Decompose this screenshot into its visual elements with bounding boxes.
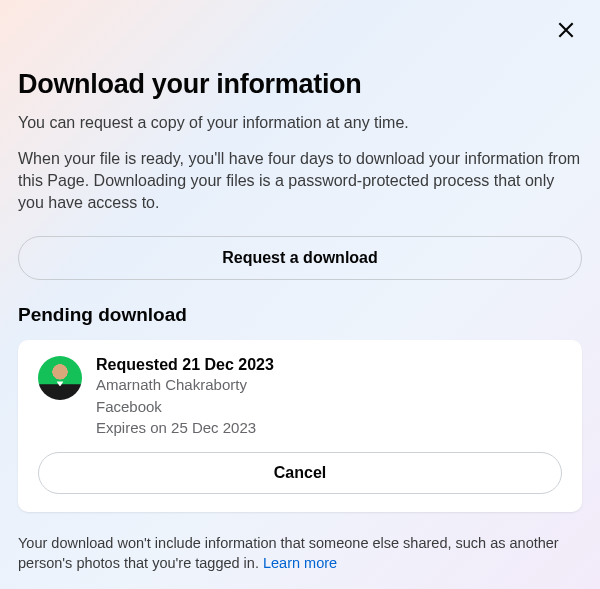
footer-note: Your download won't include information … xyxy=(18,533,582,573)
card-info: Requested 21 Dec 2023 Amarnath Chakrabor… xyxy=(96,356,274,438)
avatar xyxy=(38,356,82,400)
expires: Expires on 25 Dec 2023 xyxy=(96,418,274,438)
close-icon xyxy=(556,20,576,40)
close-button[interactable] xyxy=(554,18,578,42)
page-title: Download your information xyxy=(18,69,582,100)
requested-date: Requested 21 Dec 2023 xyxy=(96,356,274,374)
pending-download-card: Requested 21 Dec 2023 Amarnath Chakrabor… xyxy=(18,340,582,512)
requester-name: Amarnath Chakraborty xyxy=(96,375,274,395)
learn-more-link[interactable]: Learn more xyxy=(263,555,337,571)
request-download-button[interactable]: Request a download xyxy=(18,236,582,280)
detail-text: When your file is ready, you'll have fou… xyxy=(18,148,582,214)
cancel-button[interactable]: Cancel xyxy=(38,452,562,494)
pending-heading: Pending download xyxy=(18,304,582,326)
source: Facebook xyxy=(96,397,274,417)
card-top-row: Requested 21 Dec 2023 Amarnath Chakrabor… xyxy=(38,356,562,438)
intro-text: You can request a copy of your informati… xyxy=(18,112,582,134)
